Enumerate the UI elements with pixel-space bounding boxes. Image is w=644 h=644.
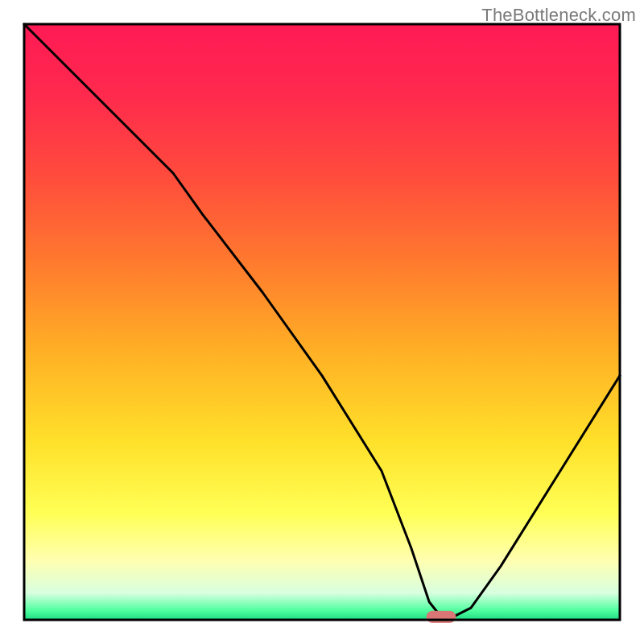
- chart-container: TheBottleneck.com: [0, 0, 644, 644]
- bottleneck-chart: [0, 0, 644, 644]
